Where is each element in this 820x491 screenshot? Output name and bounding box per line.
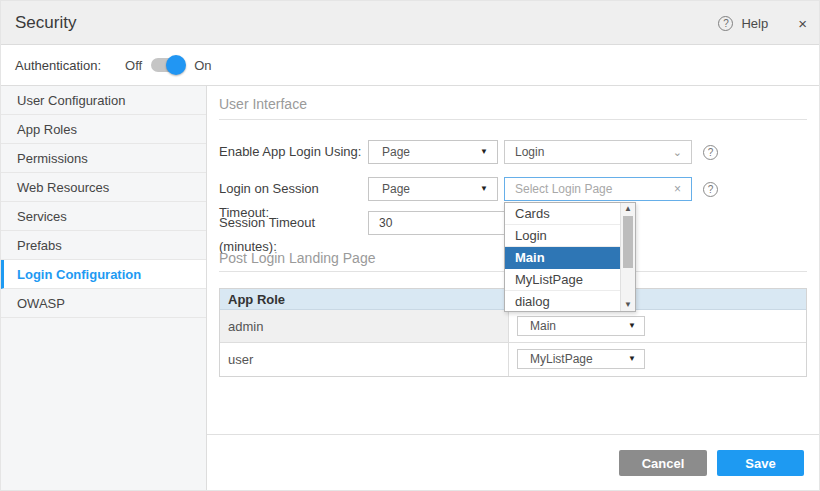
help-link[interactable]: Help [741, 16, 768, 31]
role-cell: user [220, 343, 509, 376]
close-icon[interactable]: × [798, 15, 807, 32]
dropdown-scrollbar[interactable]: ▲ ▼ [620, 203, 635, 311]
sidebar-item-app-roles[interactable]: App Roles [1, 115, 206, 144]
login-page-dropdown-list: Cards Login Main MyListPage dialog ▲ ▼ [504, 202, 636, 312]
toggle-on-label: On [194, 58, 211, 73]
landing-page-value: Main [530, 319, 556, 333]
login-configuration-panel: User Interface Enable App Login Using: P… [207, 86, 820, 491]
sidebar-item-web-resources[interactable]: Web Resources [1, 173, 206, 202]
authentication-label: Authentication: [15, 58, 101, 73]
sidebar-item-prefabs[interactable]: Prefabs [1, 231, 206, 260]
caret-down-icon: ▼ [628, 350, 636, 368]
sidebar-item-user-configuration[interactable]: User Configuration [1, 86, 206, 115]
scroll-up-icon[interactable]: ▲ [621, 203, 635, 215]
dropdown-option-dialog[interactable]: dialog [505, 291, 620, 312]
sidebar-item-login-configuration[interactable]: Login Configuration [1, 260, 206, 289]
sidebar-item-permissions[interactable]: Permissions [1, 144, 206, 173]
dialog-header: Security ? Help × [1, 1, 820, 45]
timeout-login-type-value: Page [382, 182, 410, 196]
cancel-button[interactable]: Cancel [619, 450, 707, 476]
page-title: Security [15, 13, 76, 33]
help-icon-session-timeout[interactable]: ? [703, 182, 718, 197]
caret-down-icon: ▼ [480, 141, 488, 163]
scroll-down-icon[interactable]: ▼ [621, 299, 635, 311]
dropdown-option-main[interactable]: Main [505, 247, 620, 269]
section-divider [219, 119, 807, 120]
clear-input-icon[interactable]: × [674, 177, 681, 201]
dropdown-option-login[interactable]: Login [505, 225, 620, 247]
landing-page-value: MyListPage [530, 352, 593, 366]
scrollbar-thumb[interactable] [623, 216, 633, 268]
enable-app-login-label: Enable App Login Using: [219, 140, 369, 164]
sidebar-item-services[interactable]: Services [1, 202, 206, 231]
select-login-page-input[interactable] [504, 177, 692, 201]
caret-down-icon: ▼ [480, 178, 488, 200]
authentication-toggle[interactable] [150, 55, 186, 75]
sidebar-item-owasp[interactable]: OWASP [1, 289, 206, 318]
landing-page-select-user[interactable]: MyListPage ▼ [517, 349, 645, 369]
help-icon-enable-login[interactable]: ? [703, 145, 718, 160]
login-page-value: Login [515, 145, 544, 159]
enable-login-type-value: Page [382, 145, 410, 159]
app-role-column-header: App Role [220, 292, 509, 307]
help-circle-icon[interactable]: ? [718, 16, 733, 31]
user-interface-heading: User Interface [219, 96, 307, 112]
authentication-bar: Authentication: Off On [1, 45, 820, 86]
toggle-off-label: Off [125, 58, 142, 73]
post-login-heading: Post Login Landing Page [219, 250, 375, 266]
dropdown-option-cards[interactable]: Cards [505, 203, 620, 225]
login-page-combobox[interactable]: Login ⌄ [504, 140, 692, 164]
save-button[interactable]: Save [717, 450, 804, 476]
caret-down-icon: ▼ [628, 317, 636, 335]
settings-sidebar: User Configuration App Roles Permissions… [1, 86, 207, 491]
role-cell: admin [220, 310, 509, 342]
security-dialog: Security ? Help × Authentication: Off On… [0, 0, 820, 491]
table-row: admin Main ▼ [220, 310, 806, 343]
enable-login-type-select[interactable]: Page ▼ [368, 140, 498, 164]
timeout-login-type-select[interactable]: Page ▼ [368, 177, 498, 201]
toggle-knob [166, 55, 186, 75]
chevron-down-icon: ⌄ [673, 141, 682, 163]
table-row: user MyListPage ▼ [220, 343, 806, 376]
footer-divider [207, 434, 820, 435]
dropdown-option-mylistpage[interactable]: MyListPage [505, 269, 620, 291]
landing-page-select-admin[interactable]: Main ▼ [517, 316, 645, 336]
